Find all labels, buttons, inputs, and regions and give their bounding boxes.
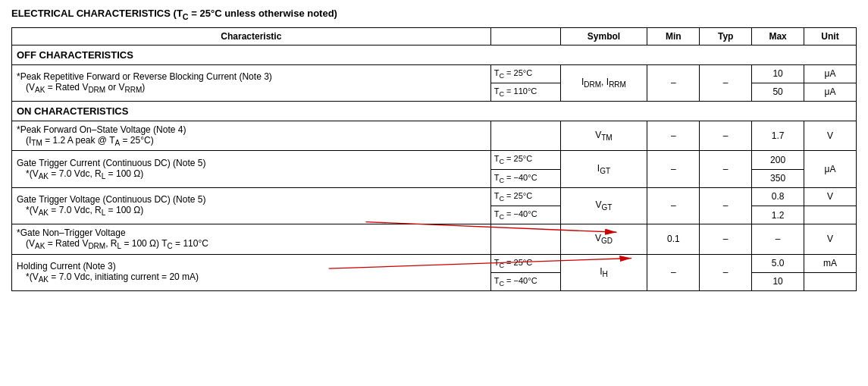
- header-tc: [490, 27, 560, 45]
- header-typ: Typ: [700, 27, 752, 45]
- characteristics-table: Characteristic Symbol Min Typ Max Unit O…: [11, 27, 857, 291]
- header-characteristic: Characteristic: [12, 27, 491, 45]
- row-vgt-1: Gate Trigger Voltage (Continuous DC) (No…: [12, 187, 857, 206]
- row-igt-1: Gate Trigger Current (Continuous DC) (No…: [12, 151, 857, 169]
- header-min: Min: [647, 27, 700, 45]
- header-symbol: Symbol: [560, 27, 647, 45]
- row-idrm: *Peak Repetitive Forward or Reverse Bloc…: [12, 64, 857, 83]
- row-vtm: *Peak Forward On–State Voltage (Note 4) …: [12, 121, 857, 150]
- header-max: Max: [752, 27, 804, 45]
- header-unit: Unit: [804, 27, 857, 45]
- section-off-header: OFF CHARACTERISTICS: [12, 45, 857, 64]
- section-on-header: ON CHARACTERISTICS: [12, 101, 857, 121]
- page-title: ELECTRICAL CHARACTERISTICS (TC = 25°C un…: [11, 8, 857, 21]
- row-ih-1: Holding Current (Note 3) *(VAK = 7.0 Vdc…: [12, 254, 857, 272]
- row-vgd: *Gate Non–Trigger Voltage (VAK = Rated V…: [12, 224, 857, 254]
